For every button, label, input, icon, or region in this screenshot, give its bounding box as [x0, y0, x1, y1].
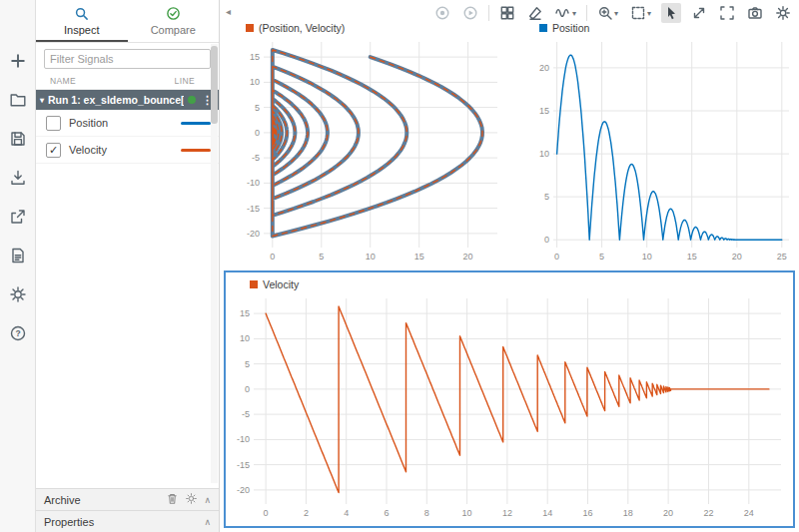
svg-text:4: 4: [344, 508, 349, 518]
xy-plot-panel[interactable]: (Position, Velocity) 05101520-20-15-10-5…: [238, 20, 505, 267]
svg-text:5: 5: [599, 252, 604, 262]
position-plot-panel[interactable]: Position 051015202505101520: [531, 20, 797, 267]
svg-text:0: 0: [554, 252, 559, 262]
svg-text:24: 24: [744, 508, 754, 518]
svg-text:-5: -5: [242, 409, 250, 419]
velocity-checkbox[interactable]: ✓: [46, 143, 61, 158]
svg-text:15: 15: [539, 106, 549, 116]
svg-text:20: 20: [663, 508, 673, 518]
xy-legend-label: (Position, Velocity): [259, 22, 345, 34]
report-button[interactable]: [5, 243, 31, 268]
run-collapse-icon[interactable]: ▾: [40, 96, 44, 105]
position-line-swatch[interactable]: [181, 122, 211, 125]
velocity-legend-label: Velocity: [263, 278, 299, 290]
svg-text:0: 0: [245, 384, 250, 394]
velocity-plot-canvas[interactable]: 024681012141618202224-20-15-10-5051015: [226, 292, 789, 522]
sidebar-scrollbar-thumb[interactable]: [211, 46, 218, 124]
tab-compare-label: Compare: [151, 24, 196, 36]
svg-text:0: 0: [255, 128, 260, 138]
tab-inspect-label: Inspect: [64, 24, 99, 36]
svg-text:20: 20: [463, 252, 473, 262]
position-legend-swatch: [539, 24, 547, 32]
svg-text:-20: -20: [247, 229, 260, 239]
export-button[interactable]: [5, 204, 31, 230]
svg-text:5: 5: [319, 252, 324, 262]
svg-text:-15: -15: [237, 460, 250, 470]
position-checkbox[interactable]: [46, 116, 61, 131]
position-plot-legend: Position: [531, 20, 797, 36]
position-plot-canvas[interactable]: 051015202505101520: [531, 36, 797, 266]
svg-text:0: 0: [544, 235, 549, 245]
xy-plot-legend: (Position, Velocity): [238, 20, 505, 36]
help-button[interactable]: ?: [5, 320, 31, 346]
sidebar-tabs: Inspect Compare: [36, 0, 219, 43]
line-column-header: LINE: [175, 76, 196, 86]
svg-text:20: 20: [539, 63, 549, 73]
add-button[interactable]: [5, 48, 31, 74]
velocity-line-swatch[interactable]: [181, 149, 211, 152]
archive-collapse-icon[interactable]: ∧: [204, 495, 211, 505]
archive-settings-icon[interactable]: [185, 492, 198, 507]
xy-legend-swatch: [246, 24, 254, 32]
svg-text:15: 15: [414, 252, 424, 262]
svg-text:8: 8: [424, 508, 429, 518]
signal-style-caret-icon: ▾: [572, 9, 576, 18]
svg-text:-20: -20: [237, 485, 250, 495]
simulation-data-inspector-window: ? Inspect Compare NAME LINE: [0, 0, 799, 532]
run-row[interactable]: ▾ Run 1: ex_sldemo_bounce[Current] ⋮: [36, 90, 219, 110]
svg-text:10: 10: [366, 252, 376, 262]
name-column-header: NAME: [50, 76, 76, 86]
archive-bar[interactable]: Archive ∧: [36, 488, 219, 510]
preferences-button[interactable]: [5, 281, 31, 307]
svg-text:?: ?: [15, 328, 20, 338]
svg-text:10: 10: [250, 77, 260, 87]
svg-text:12: 12: [502, 508, 512, 518]
velocity-plot-panel[interactable]: Velocity 024681012141618202224-20-15-10-…: [224, 270, 795, 528]
filter-container: [36, 43, 219, 73]
properties-collapse-icon[interactable]: ∧: [204, 517, 211, 527]
import-button[interactable]: [5, 165, 31, 191]
left-toolbar: ?: [0, 0, 36, 532]
filter-signals-input[interactable]: [44, 49, 211, 69]
svg-text:20: 20: [732, 252, 742, 262]
svg-text:15: 15: [240, 308, 250, 318]
svg-text:-10: -10: [247, 178, 260, 188]
svg-text:10: 10: [539, 149, 549, 159]
archive-trash-icon[interactable]: [166, 492, 179, 507]
velocity-plot-legend: Velocity: [226, 272, 793, 292]
svg-text:-15: -15: [247, 204, 260, 214]
signal-row-velocity[interactable]: ✓ Velocity: [36, 137, 219, 164]
properties-bar[interactable]: Properties ∧: [36, 510, 219, 532]
svg-text:0: 0: [270, 252, 275, 262]
svg-text:5: 5: [544, 192, 549, 202]
svg-text:-10: -10: [237, 434, 250, 444]
zoom-caret-icon: ▾: [614, 9, 618, 18]
svg-text:22: 22: [703, 508, 713, 518]
svg-text:10: 10: [642, 252, 652, 262]
run-status-dot: [188, 96, 196, 104]
velocity-legend-swatch: [250, 280, 258, 288]
plot-area: ◂ ▾ ▾: [220, 0, 799, 532]
save-button[interactable]: [5, 126, 31, 152]
signal-row-position[interactable]: Position: [36, 110, 219, 137]
toolbar-separator: [586, 5, 587, 21]
svg-text:16: 16: [582, 508, 592, 518]
svg-text:5: 5: [245, 359, 250, 369]
svg-text:10: 10: [240, 333, 250, 343]
run-label: Run 1: ex_sldemo_bounce[Current]: [48, 94, 184, 106]
svg-text:25: 25: [777, 252, 787, 262]
properties-label: Properties: [44, 516, 94, 528]
svg-text:15: 15: [687, 252, 697, 262]
xy-plot-canvas[interactable]: 05101520-20-15-10-5051015: [238, 36, 505, 266]
svg-text:5: 5: [255, 103, 260, 113]
tab-inspect[interactable]: Inspect: [36, 0, 128, 42]
tab-compare[interactable]: Compare: [128, 0, 220, 42]
compare-check-icon: [166, 6, 181, 23]
signal-sidebar: Inspect Compare NAME LINE ▾ Run 1: ex_sl…: [36, 0, 220, 532]
svg-text:15: 15: [250, 52, 260, 62]
svg-text:0: 0: [264, 508, 269, 518]
position-signal-label: Position: [69, 117, 108, 129]
open-button[interactable]: [5, 87, 31, 113]
archive-label: Archive: [44, 494, 81, 506]
svg-text:18: 18: [623, 508, 633, 518]
